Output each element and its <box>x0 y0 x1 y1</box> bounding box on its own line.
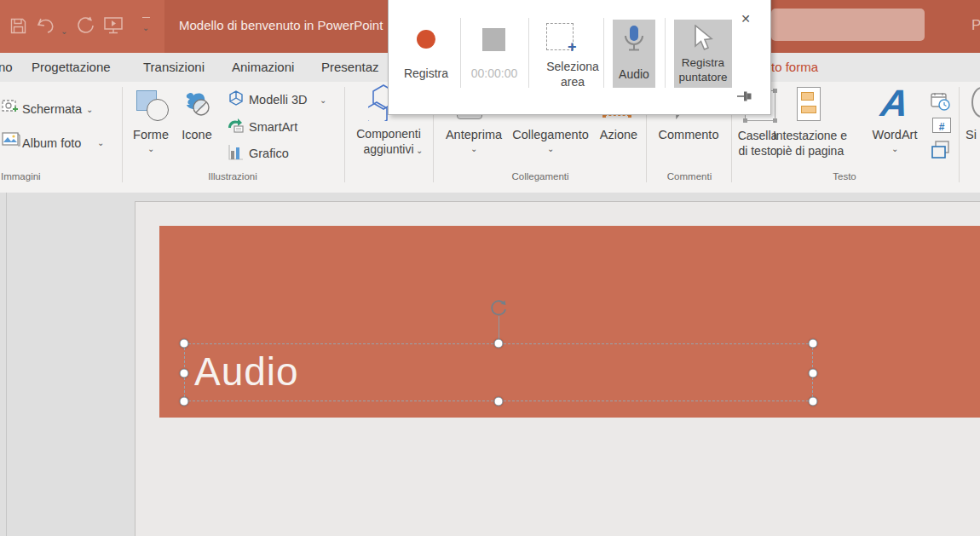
anteprima-label: Anteprima <box>439 128 509 141</box>
album-foto-chevron-icon[interactable]: ⌄ <box>97 139 104 147</box>
group-divider <box>344 87 345 182</box>
modelli-3d-chevron-icon[interactable]: ⌄ <box>320 96 326 105</box>
icone-button[interactable]: Icone <box>175 84 219 172</box>
seleziona-area-button[interactable]: + Seleziona area <box>533 20 612 91</box>
thumbnail-panel-divider[interactable] <box>6 193 7 536</box>
save-icon[interactable] <box>8 14 28 37</box>
simbolo-label-partial[interactable]: Si <box>966 128 977 141</box>
group-label-illustrazioni: Illustrazioni <box>128 171 337 182</box>
recording-timer: 00:00:00 <box>465 66 523 81</box>
resize-handle-bottom-left[interactable] <box>180 397 189 406</box>
customize-qat-icon[interactable]: ⌄ <box>139 17 153 34</box>
componenti-chevron-icon: ⌄ <box>416 147 423 155</box>
audio-label: Audio <box>613 66 655 82</box>
record-icon <box>417 30 435 49</box>
resize-handle-bottom-center[interactable] <box>494 397 504 406</box>
registra-button[interactable]: Registra <box>395 20 458 88</box>
toolbar-divider <box>528 18 529 88</box>
forme-button[interactable]: Forme ⌄ <box>130 84 172 172</box>
schermata-chevron-icon[interactable]: ⌄ <box>86 106 93 114</box>
resize-handle-bottom-right[interactable] <box>809 397 818 406</box>
schermata-button[interactable]: Schermata <box>22 101 82 117</box>
powerpoint-window: ⌄ ⌄ Modello di benvenuto in PowerPoint P… <box>0 0 980 536</box>
smartart-label: SmartArt <box>249 120 297 134</box>
smartart-button[interactable]: SmartArt <box>249 119 297 135</box>
slide-title-text[interactable]: Audio <box>194 343 299 401</box>
stop-icon <box>482 28 505 51</box>
grafico-button[interactable]: Grafico <box>249 146 289 161</box>
slide-canvas[interactable]: Audio <box>135 201 980 536</box>
document-title: Modello di benvenuto in PowerPoint <box>179 18 383 32</box>
resize-handle-top-center[interactable] <box>494 339 504 349</box>
azione-label: Azione <box>592 128 645 141</box>
duck-icon <box>182 89 212 119</box>
3d-model-icon <box>228 90 244 106</box>
wordart-chevron-icon: ⌄ <box>891 145 898 153</box>
resize-handle-top-left[interactable] <box>180 339 189 349</box>
pin-icon[interactable] <box>736 90 753 102</box>
microphone-icon <box>624 25 644 55</box>
tab-disegno-partial[interactable]: no <box>0 53 13 82</box>
titlebar-partial-text: P <box>971 17 980 34</box>
equation-icon-partial[interactable] <box>971 87 980 118</box>
tab-presentazione-partial[interactable]: Presentaz <box>321 53 379 82</box>
plus-icon: + <box>568 38 577 56</box>
editor-area: Audio <box>0 193 980 536</box>
redo-icon[interactable] <box>75 14 95 37</box>
icone-label: Icone <box>175 128 219 141</box>
modelli-3d-label: Modelli 3D <box>249 93 308 107</box>
toolbar-divider <box>665 18 666 88</box>
resize-handle-top-right[interactable] <box>809 339 818 349</box>
stop-button[interactable]: 00:00:00 <box>465 20 523 88</box>
wordart-label: WordArt <box>862 128 927 141</box>
intestazione-button[interactable]: Intestazione e piè di pagina <box>769 84 851 172</box>
rotate-handle-icon[interactable] <box>489 298 508 317</box>
collegamento-label: Collegamento <box>511 128 590 141</box>
grafico-label: Grafico <box>249 147 289 160</box>
chart-icon <box>228 144 244 161</box>
group-divider <box>959 87 960 182</box>
slide-number-icon[interactable]: # <box>932 118 951 133</box>
start-slideshow-icon[interactable] <box>103 14 124 37</box>
toolbar-divider <box>603 18 604 88</box>
wordart-icon: A <box>878 82 911 124</box>
smartart-icon <box>227 118 244 133</box>
schermata-label: Schermata <box>22 102 82 116</box>
anteprima-chevron-icon: ⌄ <box>470 145 477 153</box>
tab-progettazione[interactable]: Progettazione <box>32 53 111 82</box>
group-label-commenti: Commenti <box>648 171 731 182</box>
audio-toggle-button[interactable]: Audio <box>613 20 655 88</box>
tab-formato-forma-partial[interactable]: to forma <box>771 53 818 82</box>
tab-animazioni[interactable]: Animazioni <box>232 53 294 82</box>
date-time-icon[interactable] <box>931 92 951 112</box>
registra-label: Registra <box>395 66 458 81</box>
modelli-3d-button[interactable]: Modelli 3D <box>249 92 308 107</box>
close-icon[interactable]: ✕ <box>738 11 753 26</box>
toolbar-divider <box>460 18 461 88</box>
tab-transizioni[interactable]: Transizioni <box>143 53 205 82</box>
group-divider <box>122 87 123 182</box>
group-label-collegamenti: Collegamenti <box>435 171 646 182</box>
resize-handle-middle-right[interactable] <box>809 369 818 378</box>
undo-dropdown-icon[interactable]: ⌄ <box>61 22 67 37</box>
screenshot-icon <box>2 99 19 116</box>
search-input[interactable] <box>771 9 925 41</box>
registra-puntatore-label: Registra puntatore <box>674 55 732 84</box>
collegamento-chevron-icon: ⌄ <box>547 145 554 153</box>
forme-label: Forme <box>130 128 172 141</box>
seleziona-area-label: Seleziona area <box>533 59 612 89</box>
registra-puntatore-button[interactable]: Registra puntatore <box>674 20 732 88</box>
header-footer-icon <box>797 87 821 121</box>
forme-chevron-icon: ⌄ <box>147 145 154 153</box>
intestazione-label: Intestazione e piè di pagina <box>769 128 851 158</box>
insert-object-icon[interactable] <box>931 140 951 160</box>
group-label-immagini: Immagini <box>1 171 49 182</box>
wordart-button[interactable]: A WordArt ⌄ <box>862 84 927 172</box>
screen-recording-toolbar: Registra 00:00:00 + Seleziona area Audio <box>388 0 771 115</box>
resize-handle-middle-left[interactable] <box>180 369 189 378</box>
undo-icon[interactable] <box>36 14 56 37</box>
album-foto-label: Album foto <box>22 136 81 150</box>
album-foto-button[interactable]: Album foto <box>22 135 81 151</box>
componenti-aggiuntivi-label: Componenti aggiuntivi <box>351 126 426 157</box>
commento-label: Commento <box>649 128 728 141</box>
